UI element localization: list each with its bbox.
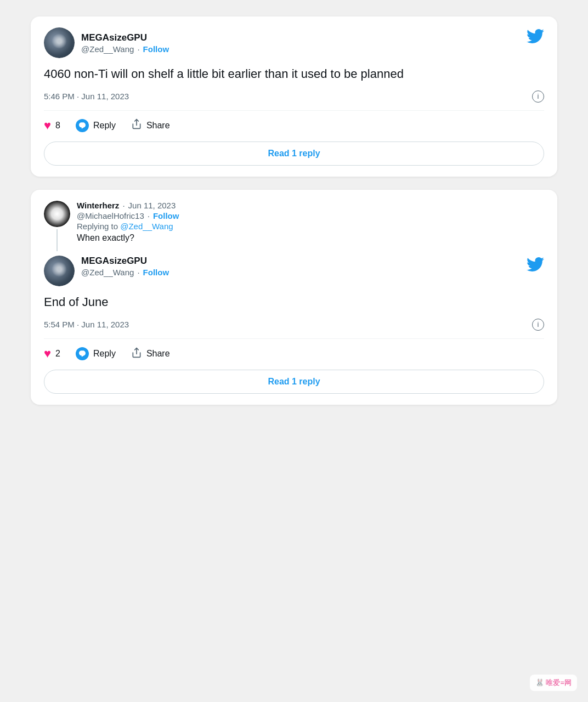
reply-thread: Winterherz · Jun 11, 2023 @MichaelHofric… xyxy=(44,201,544,251)
read-reply-button-1[interactable]: Read 1 reply xyxy=(44,141,544,166)
reply-date: Jun 11, 2023 xyxy=(128,201,176,210)
share-icon-1 xyxy=(131,118,142,132)
share-button-1[interactable]: Share xyxy=(131,118,170,132)
divider-1 xyxy=(44,110,544,111)
thread-line xyxy=(56,229,58,251)
user-name-2: MEGAsizeGPU xyxy=(81,256,147,267)
dot-2: · xyxy=(137,268,139,277)
read-reply-button-2[interactable]: Read 1 reply xyxy=(44,370,544,394)
replying-to: Replying to @Zed__Wang xyxy=(77,222,544,231)
share-label-2: Share xyxy=(146,349,170,359)
like-action-2[interactable]: ♥ 2 xyxy=(44,347,60,361)
follow-button-2[interactable]: Follow xyxy=(143,268,169,277)
reply-handle: @MichaelHofric13 xyxy=(77,211,144,220)
reply-dot-2: · xyxy=(148,211,150,220)
tweet-meta-1: 5:46 PM · Jun 11, 2023 i xyxy=(44,90,544,103)
reply-user-name: Winterherz xyxy=(77,201,119,210)
dot-1: · xyxy=(137,44,139,54)
actions-row-1: ♥ 8 Reply Share xyxy=(44,118,544,133)
tweet-content-1: 4060 non-Ti will on shelf a little bit e… xyxy=(44,66,544,83)
tweet2-header: MEGAsizeGPU @Zed__Wang · Follow xyxy=(44,256,544,286)
tweet-content-2: End of June xyxy=(44,294,544,311)
divider-2 xyxy=(44,338,544,339)
user-handle-row-2: @Zed__Wang · Follow xyxy=(81,268,520,277)
avatar-2 xyxy=(44,256,75,286)
info-icon-1[interactable]: i xyxy=(532,90,544,103)
twitter-icon-2 xyxy=(527,256,544,275)
watermark-text: 唯爱=网 xyxy=(546,678,572,687)
heart-icon-2: ♥ xyxy=(44,347,51,361)
replying-to-label: Replying to xyxy=(77,222,118,231)
reply-bubble-icon-1 xyxy=(76,119,89,132)
follow-button-1[interactable]: Follow xyxy=(143,44,169,54)
share-icon-2 xyxy=(131,347,142,360)
reply-content-col: Winterherz · Jun 11, 2023 @MichaelHofric… xyxy=(77,201,544,251)
user-info-2: MEGAsizeGPU @Zed__Wang · Follow xyxy=(81,256,520,277)
tweet-time-1: 5:46 PM · Jun 11, 2023 xyxy=(44,92,129,101)
actions-row-2: ♥ 2 Reply Share xyxy=(44,347,544,361)
tweet-card-1: MEGAsizeGPU @Zed__Wang · Follow 4060 non… xyxy=(31,16,557,177)
watermark: 🐰 唯爱=网 xyxy=(530,675,577,691)
reply-dot-1: · xyxy=(122,201,125,210)
reply-avatar xyxy=(44,201,70,227)
user-handle-row-1: @Zed__Wang · Follow xyxy=(81,44,169,54)
user-name-1: MEGAsizeGPU xyxy=(81,32,169,43)
reply-bubble-icon-2 xyxy=(76,347,89,360)
like-action-1[interactable]: ♥ 8 xyxy=(44,118,60,133)
tweet-header-left-1: MEGAsizeGPU @Zed__Wang · Follow xyxy=(44,27,169,58)
twitter-icon-1 xyxy=(527,27,544,47)
reply-button-2[interactable]: Reply xyxy=(76,347,116,360)
reply-text: When exactly? xyxy=(77,233,544,243)
tweet-card-2: Winterherz · Jun 11, 2023 @MichaelHofric… xyxy=(31,190,557,405)
user-handle-1: @Zed__Wang xyxy=(81,44,134,54)
like-count-2: 2 xyxy=(55,349,60,359)
follow-button-reply[interactable]: Follow xyxy=(153,211,179,220)
user-handle-2: @Zed__Wang xyxy=(81,268,134,277)
user-info-1: MEGAsizeGPU @Zed__Wang · Follow xyxy=(81,32,169,54)
avatar-1 xyxy=(44,27,75,58)
tweet-meta-2: 5:54 PM · Jun 11, 2023 i xyxy=(44,319,544,331)
reply-user-row: Winterherz · Jun 11, 2023 xyxy=(77,201,544,210)
reply-label-2: Reply xyxy=(93,349,116,359)
share-button-2[interactable]: Share xyxy=(131,347,170,360)
info-icon-2[interactable]: i xyxy=(532,319,544,331)
reply-avatar-col xyxy=(44,201,70,251)
tweet-header-1: MEGAsizeGPU @Zed__Wang · Follow xyxy=(44,27,544,58)
reply-handle-row: @MichaelHofric13 · Follow xyxy=(77,211,544,220)
share-label-1: Share xyxy=(146,121,170,131)
heart-icon-1: ♥ xyxy=(44,118,51,133)
reply-button-1[interactable]: Reply xyxy=(76,119,116,132)
replying-to-handle: @Zed__Wang xyxy=(120,222,173,231)
like-count-1: 8 xyxy=(55,121,60,131)
reply-label-1: Reply xyxy=(93,121,116,131)
user-name-row-2: MEGAsizeGPU xyxy=(81,256,520,267)
tweet-time-2: 5:54 PM · Jun 11, 2023 xyxy=(44,320,129,329)
